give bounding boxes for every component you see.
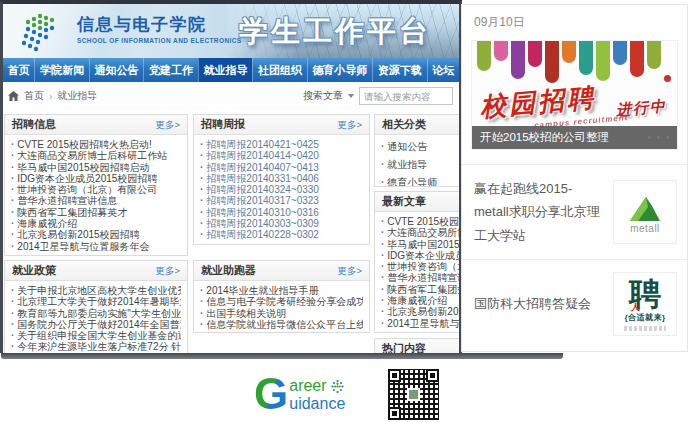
category-list: 通知公告党建工作就业指导社团组织德育小导师学院新闻资源下载 bbox=[375, 135, 462, 187]
policy-list: 关于申报北京地区高校大学生创业优秀团队的通知北京理工大学关于做好2014年暑期毕… bbox=[5, 281, 187, 353]
list-item[interactable]: 今年来沪生源毕业生落户标准72分 针对紧缺急需人才 bbox=[11, 341, 181, 352]
nav-item[interactable]: 党建工作 bbox=[143, 58, 197, 82]
article-row[interactable]: 赢在起跑线2015-metall求职分享北京理工大学站 metall bbox=[462, 164, 687, 259]
nav-item[interactable]: 首页 bbox=[3, 58, 34, 82]
list-item[interactable]: 信息学院就业指导微信公众平台上线啦! bbox=[200, 319, 363, 330]
list-item[interactable]: 世坤投资咨询（北京）有限公司 bbox=[381, 261, 462, 272]
breadcrumb-current: 就业指导 bbox=[57, 89, 97, 103]
page-title: 学生工作平台 bbox=[239, 12, 431, 52]
list-item[interactable]: 招聘周报20140317~0323 bbox=[200, 195, 363, 206]
list-item[interactable]: 招聘周报20140324~0330 bbox=[200, 184, 363, 195]
box-title: 相关分类 bbox=[382, 118, 426, 130]
nav-item[interactable]: 社团组织 bbox=[252, 58, 306, 82]
paint-drip-decoration bbox=[472, 41, 677, 83]
box-latest-articles: 最新文章 CVTE 2015校园招聘火热启动!大连商品交易所博士后科研工作站毕马… bbox=[374, 191, 462, 333]
portal-page: 信息与电子学院 SCHOOL OF INFORMATION AND ELECTR… bbox=[0, 0, 462, 353]
qr-code bbox=[386, 367, 441, 422]
list-item[interactable]: 招聘周报20140421~0425 bbox=[200, 139, 363, 150]
list-item[interactable]: IDG资本企业成员2015校园招聘 bbox=[381, 250, 462, 261]
list-item[interactable]: 北京兆易创新2015校园招聘 bbox=[381, 306, 462, 317]
school-logo-icon bbox=[19, 11, 63, 53]
list-item[interactable]: 2014卫星导航与位置服务年会 bbox=[11, 241, 181, 252]
metall-logo-icon bbox=[624, 191, 666, 225]
list-item[interactable]: 2014毕业生就业指导手册 bbox=[200, 285, 363, 296]
list-item[interactable]: 陕西省军工集团招募英才 bbox=[11, 207, 181, 218]
more-link[interactable]: 更多> bbox=[155, 115, 180, 134]
nav-item[interactable]: 就业指导 bbox=[198, 58, 252, 82]
list-item[interactable]: 关于组织申报全国大学生创业基金的通知 bbox=[11, 330, 181, 341]
list-item[interactable]: 海康威视介绍 bbox=[381, 295, 462, 306]
list-item[interactable]: 信息与电子学院考研经验分享会成功召开 bbox=[200, 296, 363, 307]
list-item[interactable]: 招聘周报20140228~0302 bbox=[200, 229, 363, 240]
box-employment-booster: 更多>就业助跑器 2014毕业生就业指导手册信息与电子学院考研经验分享会成功召开… bbox=[193, 260, 370, 333]
article-row[interactable]: 国防科大招聘答疑会 聘人 {合适就来} bbox=[462, 259, 687, 348]
metall-logo-text: metall bbox=[630, 223, 660, 234]
box-hot-content: 热门内容 bbox=[374, 338, 462, 353]
list-item[interactable]: 招聘周报20140310~0316 bbox=[200, 207, 363, 218]
search-category-dropdown[interactable]: 搜索文章 bbox=[303, 89, 343, 103]
list-item[interactable]: 大连商品交易所博士后科研工作站 bbox=[11, 150, 181, 161]
search-input[interactable] bbox=[359, 87, 453, 105]
category-link[interactable]: 就业指导 bbox=[381, 159, 458, 171]
wechat-article-panel: 09月10日 校园招聘 进行中 campus recruitment 开始201… bbox=[461, 4, 688, 352]
list-item[interactable]: 大连商品交易所博士后科研工作站 bbox=[381, 227, 462, 238]
list-item[interactable]: 关于申报北京地区高校大学生创业优秀团队的通知 bbox=[11, 285, 181, 296]
list-item[interactable]: 招聘周报20140303~0309 bbox=[200, 218, 363, 229]
pin-logo-slogan: {合适就来} bbox=[624, 312, 665, 323]
list-item[interactable]: 国务院办公厅关于做好2014年全国普通高等学校毕业生就业... bbox=[11, 319, 181, 330]
home-icon[interactable] bbox=[8, 91, 19, 101]
list-item[interactable]: 陕西省军工集团招募英才 bbox=[381, 284, 462, 295]
box-employment-policy: 更多>就业政策 关于申报北京地区高校大学生创业优秀团队的通知北京理工大学关于做好… bbox=[4, 260, 188, 353]
main-nav: 首页学院新闻通知公告党建工作就业指导社团组织德育小导师资源下载论坛 bbox=[3, 58, 459, 82]
person-icon: 人 bbox=[631, 303, 640, 312]
more-link[interactable]: 更多> bbox=[155, 261, 180, 280]
list-item[interactable]: IDG资本企业成员2015校园招聘 bbox=[11, 173, 181, 184]
chevron-right-icon: › bbox=[49, 91, 52, 102]
nav-item[interactable]: 通知公告 bbox=[89, 58, 143, 82]
feature-article-caption[interactable]: 开始2015校招的公司整理 ◦ ◦ ◦ bbox=[472, 126, 677, 149]
qr-finder-icon bbox=[388, 369, 401, 382]
list-item[interactable]: 北京兆易创新2015校园招聘 bbox=[11, 229, 181, 240]
list-item[interactable]: 北京理工大学关于做好2014年暑期毕业生派遣工作的通知 bbox=[11, 296, 181, 307]
breadcrumb: 首页 › 就业指导 bbox=[8, 89, 97, 103]
list-item[interactable]: 招聘周报20140331~0406 bbox=[200, 173, 363, 184]
list-item[interactable]: 出国手续相关说明 bbox=[200, 308, 363, 319]
category-link[interactable]: 通知公告 bbox=[381, 141, 458, 153]
list-item[interactable]: 2014卫星导航与位置服务年会 bbox=[381, 318, 462, 329]
list-item[interactable]: 教育部等九部委启动实施"大学生创业引领计划" bbox=[11, 308, 181, 319]
qr-finder-icon bbox=[388, 407, 401, 420]
logo-text-guidance: uidance bbox=[289, 396, 345, 412]
box-title: 就业助跑器 bbox=[201, 264, 256, 276]
caret-down-icon[interactable] bbox=[348, 94, 354, 98]
list-item[interactable]: 普华永道招聘宣讲信息 bbox=[381, 272, 462, 283]
list-item[interactable]: 世坤投资咨询（北京）有限公司 bbox=[11, 184, 181, 195]
list-item[interactable]: 普华永道招聘宣讲信息 bbox=[11, 195, 181, 206]
more-link[interactable]: 更多> bbox=[337, 115, 362, 134]
nav-item[interactable]: 学院新闻 bbox=[34, 58, 88, 82]
fine-print-decoration bbox=[624, 326, 666, 331]
list-item[interactable]: CVTE 2015校园招聘火热启动! bbox=[11, 139, 181, 150]
weekly-report-list: 招聘周报20140421~0425招聘周报20140414~0420招聘周报20… bbox=[194, 135, 369, 241]
feature-article-image[interactable]: 校园招聘 进行中 campus recruitment 开始2015校招的公司整… bbox=[471, 40, 678, 150]
list-item[interactable]: 招聘周报20140414~0420 bbox=[200, 150, 363, 161]
box-weekly-report: 更多>招聘周报 招聘周报20140421~0425招聘周报20140414~04… bbox=[193, 114, 370, 245]
pin-logo-character: 聘人 bbox=[629, 278, 661, 310]
box-title: 就业政策 bbox=[12, 264, 56, 276]
nav-item[interactable]: 资源下载 bbox=[372, 58, 426, 82]
box-title: 招聘信息 bbox=[12, 118, 56, 130]
list-item[interactable]: CVTE 2015校园招聘火热启动! bbox=[381, 216, 462, 227]
nav-item[interactable]: 德育小导师 bbox=[307, 58, 372, 82]
article-thumbnail: metall bbox=[613, 180, 677, 244]
nav-item[interactable]: 论坛 bbox=[427, 58, 459, 82]
breadcrumb-home[interactable]: 首页 bbox=[24, 89, 44, 103]
logo-text-career: areer bbox=[289, 378, 326, 394]
box-title: 最新文章 bbox=[382, 195, 426, 207]
category-link[interactable]: 德育小导师 bbox=[381, 177, 458, 187]
window-shadow bbox=[1, 353, 563, 359]
list-item[interactable]: 毕马威中国2015校园招聘启动 bbox=[11, 162, 181, 173]
list-item[interactable]: 毕马威中国2015校园招聘启动 bbox=[381, 239, 462, 250]
more-link[interactable]: 更多> bbox=[337, 261, 362, 280]
list-item[interactable]: 海康威视介绍 bbox=[11, 218, 181, 229]
list-item[interactable]: 招聘周报20140407~0413 bbox=[200, 162, 363, 173]
school-name: 信息与电子学院 bbox=[77, 16, 242, 33]
